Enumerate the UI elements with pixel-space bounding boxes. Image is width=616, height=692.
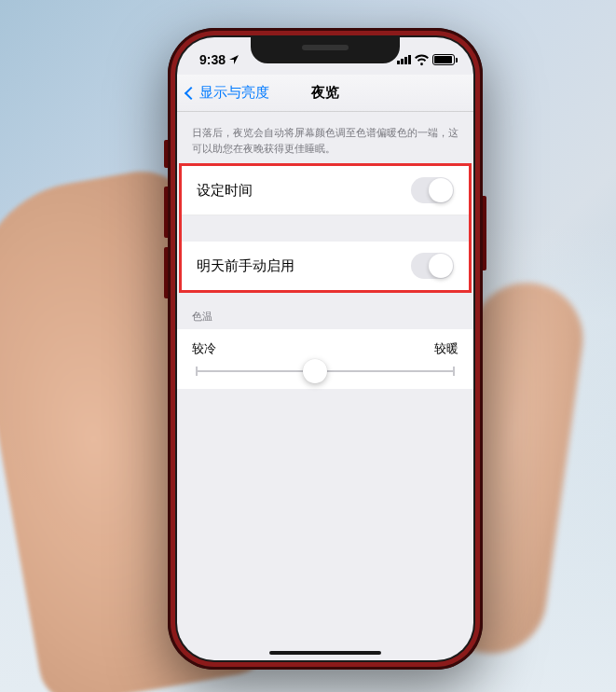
notch	[251, 37, 400, 63]
color-temp-slider[interactable]	[196, 370, 455, 372]
screen: 9:38 显示与亮度 夜览 日落后，夜览会自动将屏幕颜色调至色谱偏暖色的一端	[177, 37, 473, 660]
cold-label: 较冷	[192, 340, 216, 357]
highlighted-settings-group: 设定时间 明天前手动启用	[179, 163, 472, 293]
chevron-left-icon	[185, 86, 198, 99]
manual-enable-row[interactable]: 明天前手动启用	[182, 242, 469, 290]
nav-bar: 显示与亮度 夜览	[177, 75, 473, 112]
manual-enable-toggle[interactable]	[411, 253, 454, 279]
home-indicator[interactable]	[269, 651, 381, 655]
battery-icon	[432, 54, 455, 65]
cellular-signal-icon	[397, 55, 411, 64]
back-label: 显示与亮度	[199, 84, 269, 102]
location-icon	[229, 52, 239, 67]
wifi-icon	[415, 53, 429, 67]
schedule-toggle[interactable]	[411, 177, 454, 203]
color-temp-row: 较冷 较暖	[177, 329, 473, 389]
status-time: 9:38	[199, 52, 226, 67]
phone-frame: 9:38 显示与亮度 夜览 日落后，夜览会自动将屏幕颜色调至色谱偏暖色的一端	[168, 28, 483, 670]
page-title: 夜览	[311, 84, 339, 102]
group-spacer	[182, 215, 469, 242]
warm-label: 较暖	[434, 340, 459, 357]
schedule-label: 设定时间	[197, 182, 253, 200]
color-temp-section-label: 色温	[177, 293, 473, 329]
schedule-row[interactable]: 设定时间	[182, 166, 469, 215]
section-description: 日落后，夜览会自动将屏幕颜色调至色谱偏暖色的一端，这可以助您在夜晚获得更佳睡眠。	[177, 112, 473, 163]
manual-enable-label: 明天前手动启用	[197, 257, 294, 275]
back-button[interactable]: 显示与亮度	[186, 84, 269, 102]
slider-knob[interactable]	[303, 359, 327, 383]
